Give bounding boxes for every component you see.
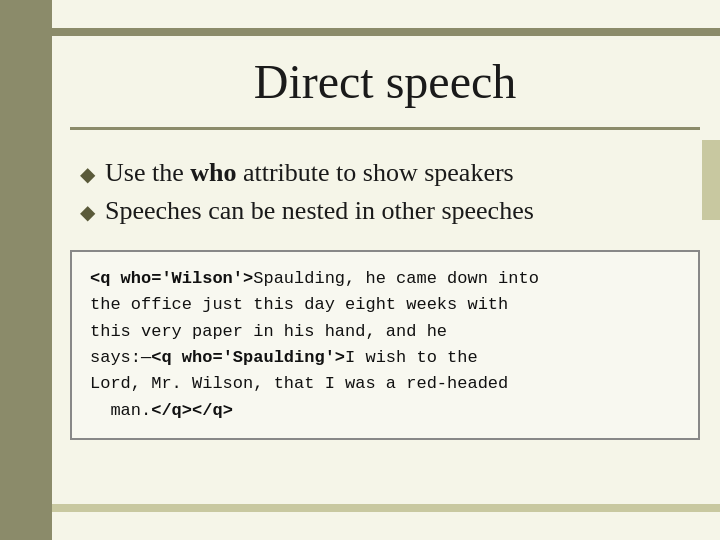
bullet1-bold: who bbox=[190, 158, 236, 187]
code-tag-2: <q who='Spaulding'> bbox=[151, 348, 345, 367]
bullet-text-1: Use the who attribute to show speakers bbox=[105, 158, 514, 188]
title-divider bbox=[70, 127, 700, 130]
left-decorative-bar bbox=[0, 0, 52, 540]
bullet-diamond-1: ◆ bbox=[80, 162, 95, 186]
code-tag-1: <q who='Wilson'> bbox=[90, 269, 253, 288]
bullet-item-2: ◆ Speeches can be nested in other speech… bbox=[80, 196, 700, 226]
code-block: <q who='Wilson'>Spaulding, he came down … bbox=[70, 250, 700, 440]
bullet-text-2: Speeches can be nested in other speeches bbox=[105, 196, 534, 226]
code-tag-close: </q></q> bbox=[151, 401, 233, 420]
bullet-item-1: ◆ Use the who attribute to show speakers bbox=[80, 158, 700, 188]
bullet-diamond-2: ◆ bbox=[80, 200, 95, 224]
bullet-list: ◆ Use the who attribute to show speakers… bbox=[70, 158, 700, 226]
right-decorative-bar bbox=[702, 140, 720, 220]
page-title: Direct speech bbox=[70, 54, 700, 109]
bullet1-prefix: Use the bbox=[105, 158, 190, 187]
bullet1-suffix: attribute to show speakers bbox=[236, 158, 513, 187]
top-decorative-bar bbox=[52, 28, 720, 36]
main-content: Direct speech ◆ Use the who attribute to… bbox=[70, 44, 700, 514]
